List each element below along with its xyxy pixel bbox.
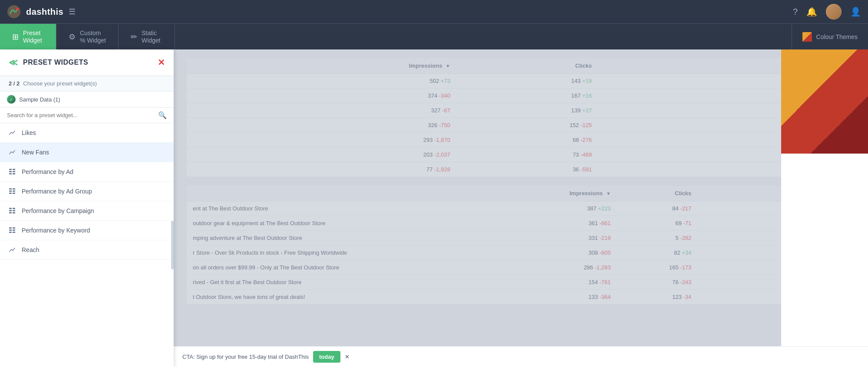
sidebar-item-label: Performance by Ad	[22, 168, 73, 175]
tab-colour-themes[interactable]: Colour Themes	[792, 24, 868, 49]
svg-rect-17	[13, 210, 15, 211]
svg-rect-25	[13, 232, 15, 233]
top-navigation: dashthis ☰ ? 🔔 👤	[0, 0, 868, 23]
grid-icon	[9, 168, 16, 175]
cta-button[interactable]: today	[313, 351, 340, 363]
svg-rect-21	[13, 227, 15, 229]
sample-data-label: Sample Data (1)	[19, 96, 60, 103]
custom-widget-icon: ⚙	[69, 32, 76, 42]
colour-themes-panel	[781, 49, 868, 367]
hamburger-menu[interactable]: ☰	[69, 7, 76, 16]
trend-icon	[9, 129, 16, 136]
sidebar-title: PRESET WIDGETS	[23, 59, 88, 66]
tab-custom-widget[interactable]: ⚙ Custom % Widget	[56, 24, 119, 49]
sidebar-item-label: Performance by Keyword	[22, 227, 90, 234]
content-overlay	[174, 49, 868, 367]
tab-preset-widget[interactable]: ⊞ Preset Widget	[0, 24, 56, 49]
user-avatar[interactable]	[826, 4, 842, 20]
search-input[interactable]	[7, 112, 155, 118]
sidebar-item-new-fans[interactable]: New Fans	[0, 143, 174, 162]
sidebar-item-label: New Fans	[22, 149, 49, 156]
svg-rect-24	[9, 232, 12, 233]
trend-icon	[9, 246, 16, 253]
trend-icon	[9, 149, 16, 156]
svg-rect-2	[9, 169, 12, 170]
svg-rect-5	[13, 171, 15, 172]
search-bar: 🔍	[0, 108, 174, 123]
colour-themes-label: Colour Themes	[816, 33, 858, 40]
static-widget-icon: ✏	[131, 32, 137, 42]
cta-text: CTA: Sign up for your free 15-day trial …	[182, 354, 309, 360]
sidebar-item-performance-by-ad[interactable]: Performance by Ad	[0, 162, 174, 182]
svg-rect-4	[9, 171, 12, 172]
dashthis-logo-icon	[7, 5, 21, 19]
sample-data-badge: ✓	[7, 95, 16, 104]
preset-widget-icon: ⊞	[12, 32, 19, 42]
sidebar-step: 2 / 2 Choose your preset widget(s)	[0, 76, 174, 92]
app-name: dashthis	[26, 7, 63, 17]
sidebar-item-likes[interactable]: Likes	[0, 123, 174, 143]
sidebar-item-label: Likes	[22, 129, 36, 136]
sidebar-item-label: Performance by Campaign	[22, 207, 94, 214]
svg-rect-22	[9, 229, 12, 231]
svg-rect-8	[9, 188, 12, 190]
svg-point-1	[16, 8, 19, 10]
svg-rect-10	[9, 190, 12, 192]
sidebar-panel: ≪ PRESET WIDGETS ✕ 2 / 2 Choose your pre…	[0, 49, 174, 367]
cta-icon: ✕	[345, 354, 350, 360]
sidebar-header-left: ≪ PRESET WIDGETS	[9, 57, 88, 68]
svg-rect-16	[9, 210, 12, 211]
sidebar-header: ≪ PRESET WIDGETS ✕	[0, 49, 174, 76]
help-icon[interactable]: ?	[793, 7, 798, 17]
main-layout: ≪ PRESET WIDGETS ✕ 2 / 2 Choose your pre…	[0, 49, 868, 367]
svg-rect-15	[13, 208, 15, 209]
step-description: Choose your preset widget(s)	[23, 80, 97, 87]
svg-rect-6	[9, 173, 12, 174]
sidebar-item-label: Performance by Ad Group	[22, 188, 92, 195]
back-button[interactable]: ≪	[9, 57, 18, 68]
sidebar-item-reach[interactable]: Reach	[0, 240, 174, 260]
tab-bar: ⊞ Preset Widget ⚙ Custom % Widget ✏ Stat…	[0, 23, 868, 49]
tab-spacer	[175, 24, 792, 49]
topnav-right: ? 🔔 👤	[793, 4, 861, 20]
svg-rect-14	[9, 208, 12, 209]
sidebar-filter: ✓ Sample Data (1)	[0, 92, 174, 108]
scrollbar-thumb[interactable]	[171, 221, 174, 269]
tab-static-widget[interactable]: ✏ Static Widget	[119, 24, 175, 49]
svg-rect-13	[13, 193, 15, 194]
step-number: 2 / 2	[9, 80, 20, 87]
grid-icon	[9, 207, 16, 214]
colour-theme-swatch[interactable]	[781, 49, 868, 154]
main-content: Impressions ▼ Clicks Cost 502 +73 143 +1…	[174, 49, 868, 367]
tab-custom-widget-label: Custom % Widget	[80, 29, 106, 44]
sidebar-item-performance-by-ad-group[interactable]: Performance by Ad Group	[0, 182, 174, 201]
svg-rect-7	[13, 173, 15, 174]
topnav-left: dashthis ☰	[7, 5, 76, 19]
svg-rect-20	[9, 227, 12, 229]
svg-rect-19	[13, 212, 15, 213]
svg-rect-3	[13, 169, 15, 170]
svg-rect-23	[13, 229, 15, 231]
notifications-icon[interactable]: 🔔	[806, 7, 817, 17]
grid-icon	[9, 227, 16, 234]
cta-bar: CTA: Sign up for your free 15-day trial …	[174, 346, 868, 367]
sidebar-item-performance-by-keyword[interactable]: Performance by Keyword	[0, 221, 174, 240]
tab-preset-widget-label: Preset Widget	[23, 29, 42, 44]
svg-rect-9	[13, 188, 15, 190]
sidebar-item-performance-by-campaign[interactable]: Performance by Campaign	[0, 201, 174, 221]
svg-rect-11	[13, 190, 15, 192]
sidebar-items-list: Likes New Fans Performance by Ad	[0, 123, 174, 367]
svg-rect-18	[9, 212, 12, 213]
colour-swatch-icon	[802, 32, 812, 42]
svg-rect-12	[9, 193, 12, 194]
search-icon[interactable]: 🔍	[158, 111, 167, 119]
user-menu-icon[interactable]: 👤	[850, 7, 861, 17]
tab-static-widget-label: Static Widget	[142, 29, 161, 44]
close-button[interactable]: ✕	[158, 57, 165, 68]
grid-icon	[9, 188, 16, 195]
sidebar-item-label: Reach	[22, 246, 39, 253]
